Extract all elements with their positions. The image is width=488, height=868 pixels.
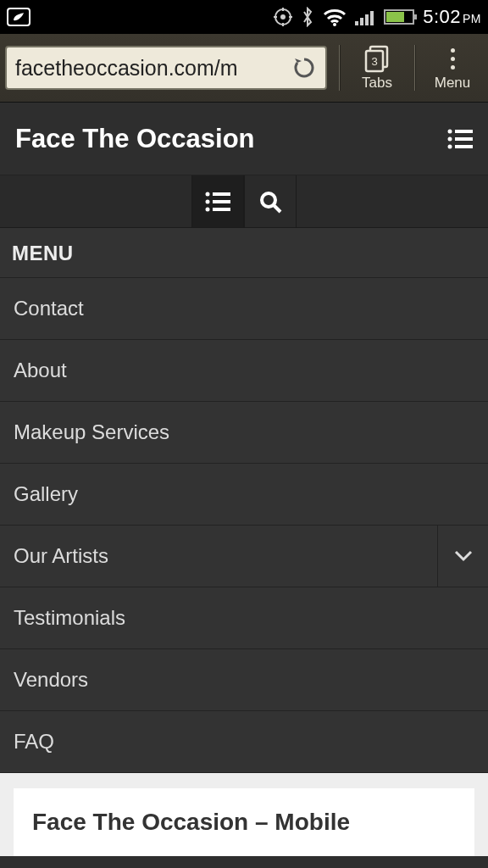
tabs-icon: 3	[363, 44, 391, 73]
divider	[414, 45, 415, 91]
svg-rect-16	[455, 130, 473, 133]
menu-item-label: FAQ	[14, 730, 54, 754]
menu-heading: MENU	[0, 228, 488, 278]
site-header: Face The Occasion	[0, 103, 488, 175]
menu-list-icon[interactable]	[447, 129, 473, 149]
menu-item-about[interactable]: About	[0, 340, 488, 402]
svg-rect-22	[213, 192, 230, 196]
menu-item-label: Our Artists	[14, 544, 108, 568]
menu-item-contact[interactable]: Contact	[0, 278, 488, 340]
menu-toggle-button[interactable]	[191, 175, 244, 227]
svg-point-7	[333, 23, 336, 26]
tabs-button[interactable]: 3 Tabs	[347, 44, 408, 92]
reload-icon[interactable]	[291, 55, 317, 81]
svg-point-23	[206, 199, 210, 203]
svg-rect-11	[370, 11, 374, 25]
svg-rect-9	[360, 18, 363, 25]
browser-menu-button[interactable]: Menu	[422, 45, 483, 92]
svg-rect-20	[455, 145, 473, 148]
menu-item-testimonials[interactable]: Testimonials	[0, 587, 488, 649]
svg-rect-18	[455, 137, 473, 141]
page-title: Face The Occasion – Mobile	[32, 809, 456, 836]
clock: 5:02PM	[423, 6, 481, 28]
menu-item-gallery[interactable]: Gallery	[0, 464, 488, 526]
svg-point-19	[448, 144, 452, 148]
overflow-icon	[451, 48, 455, 70]
svg-rect-24	[213, 200, 230, 203]
search-icon	[258, 190, 282, 214]
menu-item-label: Vendors	[14, 668, 88, 692]
svg-point-25	[206, 207, 210, 211]
gps-icon	[274, 8, 292, 26]
svg-point-21	[206, 192, 210, 196]
content-card: Face The Occasion – Mobile	[14, 788, 474, 856]
search-button[interactable]	[244, 175, 297, 227]
menu-item-faq[interactable]: FAQ	[0, 711, 488, 773]
battery-icon	[384, 9, 414, 25]
menu-list-icon	[205, 192, 230, 212]
site-title[interactable]: Face The Occasion	[15, 124, 255, 154]
android-status-bar: 5:02PM	[0, 0, 488, 34]
svg-point-15	[448, 129, 452, 133]
svg-rect-10	[365, 14, 369, 25]
menu-item-vendors[interactable]: Vendors	[0, 649, 488, 711]
chevron-down-icon	[454, 550, 473, 562]
leaf-icon	[7, 8, 30, 26]
svg-rect-26	[213, 208, 230, 211]
menu-item-label: About	[14, 359, 67, 382]
divider	[339, 45, 340, 91]
page-content: Face The Occasion – Mobile	[0, 773, 488, 856]
menu-list: Contact About Makeup Services Gallery Ou…	[0, 278, 488, 773]
signal-icon	[355, 8, 375, 25]
action-row	[0, 175, 488, 228]
url-bar[interactable]: facetheoccasion.com/m	[5, 46, 327, 90]
tabs-label: Tabs	[362, 75, 392, 92]
browser-toolbar: facetheoccasion.com/m 3 Tabs Menu	[0, 34, 488, 103]
menu-item-label: Gallery	[14, 482, 78, 506]
bluetooth-icon	[301, 7, 314, 27]
svg-rect-8	[355, 21, 358, 25]
svg-text:3: 3	[371, 55, 377, 68]
menu-item-our-artists[interactable]: Our Artists	[0, 526, 488, 587]
browser-menu-label: Menu	[435, 75, 471, 92]
menu-item-label: Testimonials	[14, 606, 125, 630]
expand-button[interactable]	[437, 526, 488, 587]
svg-point-2	[280, 14, 286, 19]
menu-item-makeup-services[interactable]: Makeup Services	[0, 402, 488, 464]
svg-point-17	[448, 136, 452, 141]
menu-item-label: Contact	[14, 297, 84, 320]
wifi-icon	[323, 8, 347, 26]
svg-line-28	[274, 205, 280, 212]
url-text: facetheoccasion.com/m	[15, 56, 291, 81]
svg-point-27	[262, 193, 275, 207]
menu-item-label: Makeup Services	[14, 420, 169, 444]
